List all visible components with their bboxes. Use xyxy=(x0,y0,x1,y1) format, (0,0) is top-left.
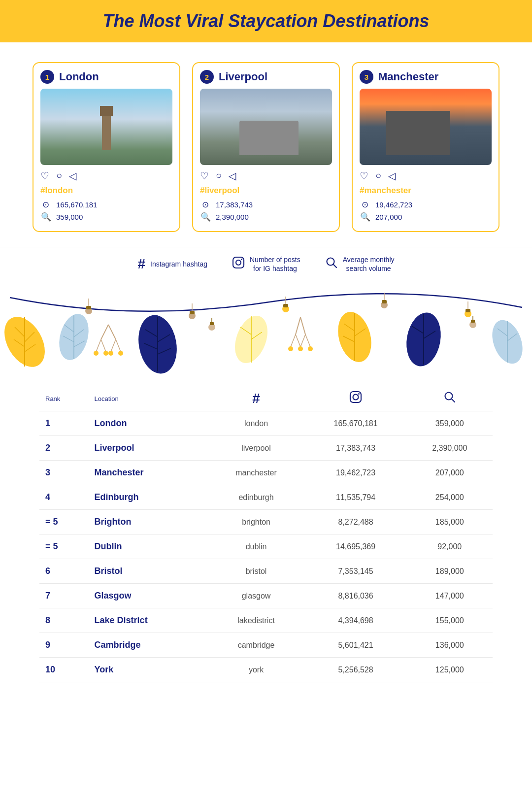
svg-point-1 xyxy=(236,260,241,265)
cell-search-volume: 92,000 xyxy=(407,534,493,559)
card-hashtag-manchester: #manchester xyxy=(360,186,492,196)
cell-rank: 10 xyxy=(39,658,89,682)
cell-ig-posts: 5,256,528 xyxy=(305,658,407,682)
share-icon: ◁ xyxy=(388,170,396,182)
share-icon: ◁ xyxy=(69,170,76,182)
svg-point-47 xyxy=(298,346,303,351)
table-row: 10 York york 5,256,528 125,000 xyxy=(39,658,493,682)
cell-hashtag: dublin xyxy=(207,534,304,559)
svg-line-20 xyxy=(101,339,106,352)
search-volume-manchester: 207,000 xyxy=(375,213,402,221)
comment-icon: ○ xyxy=(216,170,222,182)
city-card-manchester: 3 Manchester ♡ ○ ◁ #manchester ⊙ 19,462,… xyxy=(352,62,499,232)
cell-location: York xyxy=(89,658,208,682)
header-rank: Rank xyxy=(39,386,89,411)
comment-icon: ○ xyxy=(375,170,381,182)
top-cards-section: 1 London ♡ ○ ◁ #london ⊙ 165,670,181 🔍 3… xyxy=(0,42,532,247)
hashtag-legend-icon: # xyxy=(137,256,145,272)
rankings-table: Rank Location # xyxy=(39,386,493,682)
cell-ig-posts: 4,394,698 xyxy=(305,608,407,633)
cell-hashtag: bristol xyxy=(207,559,304,584)
table-row: = 5 Dublin dublin 14,695,369 92,000 xyxy=(39,534,493,559)
cell-search-volume: 185,000 xyxy=(407,510,493,534)
legend-instagram: Number of postsfor IG hashtag xyxy=(232,255,300,273)
city-name-liverpool: Liverpool xyxy=(219,70,267,83)
svg-point-24 xyxy=(103,351,108,356)
cell-rank: 6 xyxy=(39,559,89,584)
cell-ig-posts: 8,272,488 xyxy=(305,510,407,534)
svg-rect-79 xyxy=(466,309,470,312)
legend-instagram-text: Number of postsfor IG hashtag xyxy=(250,255,300,273)
card-social-icons-london: ♡ ○ ◁ xyxy=(40,170,172,182)
svg-point-23 xyxy=(94,351,99,356)
city-name-london: London xyxy=(59,70,99,83)
table-row: 4 Edinburgh edinburgh 11,535,794 254,000 xyxy=(39,485,493,510)
search-icon-manchester: 🔍 xyxy=(360,212,370,222)
legend-hashtag-text: Instagram hashtag xyxy=(150,260,207,268)
table-row: 1 London london 165,670,181 359,000 xyxy=(39,411,493,436)
cell-ig-posts: 8,816,036 xyxy=(305,584,407,608)
header-location: Location xyxy=(89,386,208,411)
svg-rect-59 xyxy=(471,320,475,323)
cell-rank: 3 xyxy=(39,461,89,485)
bunting-decoration xyxy=(0,278,532,376)
table-row: 6 Bristol bristol 7,353,145 189,000 xyxy=(39,559,493,584)
page-title: The Most Viral Staycation Destinations xyxy=(20,11,512,32)
search-volume-liverpool: 2,390,000 xyxy=(216,213,249,221)
cell-search-volume: 2,390,000 xyxy=(407,436,493,461)
svg-line-45 xyxy=(305,334,310,347)
cell-location: Edinburgh xyxy=(89,485,208,510)
cell-hashtag: brighton xyxy=(207,510,304,534)
cell-location: Liverpool xyxy=(89,436,208,461)
rank-badge-2: 2 xyxy=(200,70,214,84)
share-icon: ◁ xyxy=(229,170,236,182)
cell-ig-posts: 165,670,181 xyxy=(305,411,407,436)
cell-ig-posts: 5,601,421 xyxy=(305,633,407,658)
card-search-stat-london: 🔍 359,000 xyxy=(40,212,172,222)
cell-location: London xyxy=(89,411,208,436)
instagram-icon-manchester: ⊙ xyxy=(360,200,370,210)
card-header-liverpool: 2 Liverpool xyxy=(200,70,332,84)
legend-hashtag: # Instagram hashtag xyxy=(137,255,207,273)
cell-location: Glasgow xyxy=(89,584,208,608)
svg-rect-73 xyxy=(283,304,288,307)
cell-hashtag: cambridge xyxy=(207,633,304,658)
card-social-icons-liverpool: ♡ ○ ◁ xyxy=(200,170,332,182)
cell-rank: 9 xyxy=(39,633,89,658)
table-row: 8 Lake District lakedistrict 4,394,698 1… xyxy=(39,608,493,633)
cell-rank: = 5 xyxy=(39,534,89,559)
legend-search-text: Average monthlysearch volume xyxy=(343,255,395,273)
svg-line-42 xyxy=(291,334,296,347)
ig-posts-london: 165,670,181 xyxy=(56,200,97,209)
cell-hashtag: liverpool xyxy=(207,436,304,461)
comment-icon: ○ xyxy=(56,170,62,182)
svg-point-46 xyxy=(288,346,293,351)
svg-line-41 xyxy=(300,317,305,334)
svg-point-82 xyxy=(358,393,360,395)
cell-location: Dublin xyxy=(89,534,208,559)
cell-ig-posts: 17,383,743 xyxy=(305,436,407,461)
cell-hashtag: london xyxy=(207,411,304,436)
instagram-icon-london: ⊙ xyxy=(40,200,51,210)
svg-line-18 xyxy=(108,325,116,339)
cell-rank: 7 xyxy=(39,584,89,608)
table-row: = 5 Brighton brighton 8,272,488 185,000 xyxy=(39,510,493,534)
card-header-london: 1 London xyxy=(40,70,172,84)
table-row: 3 Manchester manchester 19,462,723 207,0… xyxy=(39,461,493,485)
card-social-icons-manchester: ♡ ○ ◁ xyxy=(360,170,492,182)
cell-rank: 1 xyxy=(39,411,89,436)
cell-location: Bristol xyxy=(89,559,208,584)
svg-point-5 xyxy=(0,310,53,374)
card-search-stat-manchester: 🔍 207,000 xyxy=(360,212,492,222)
svg-rect-34 xyxy=(210,322,214,325)
svg-line-4 xyxy=(333,265,336,268)
svg-line-44 xyxy=(300,334,305,347)
card-hashtag-london: #london xyxy=(40,186,172,196)
rank-badge-3: 3 xyxy=(360,70,373,84)
page-header: The Most Viral Staycation Destinations xyxy=(0,0,532,42)
svg-point-48 xyxy=(308,346,313,351)
cell-rank: 2 xyxy=(39,436,89,461)
cell-ig-posts: 14,695,369 xyxy=(305,534,407,559)
search-volume-london: 359,000 xyxy=(56,213,83,221)
header-hashtag-icon: # xyxy=(207,386,304,411)
